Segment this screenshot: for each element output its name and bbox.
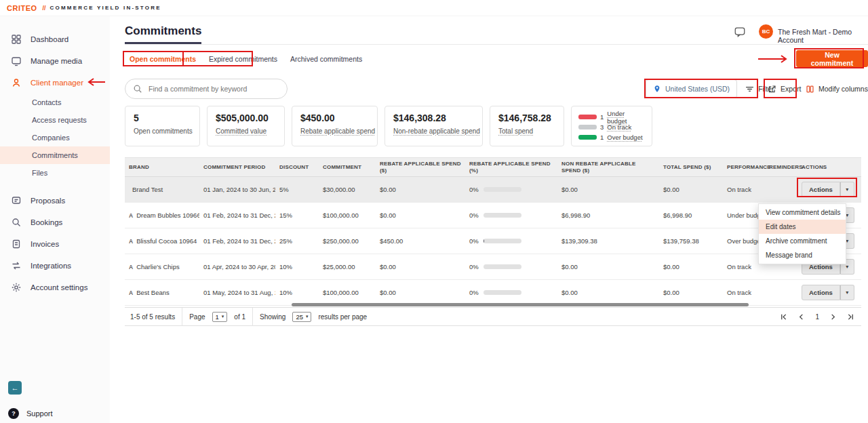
last-page-icon[interactable]: [847, 313, 854, 321]
stat-card-non-rebate-spend: $146,308.28 Non-rebate applicable spend: [384, 106, 483, 146]
region-filter-group: United States (USD) Filter: [646, 79, 774, 98]
cell-performance: On track: [723, 280, 765, 306]
sidebar-item-companies[interactable]: Companies: [0, 129, 110, 146]
column-header-commitment: Commitment: [319, 158, 376, 177]
cell-brand: ABest Beans: [125, 280, 199, 306]
sidebar-sublabel: Files: [32, 169, 47, 177]
menu-item-edit-dates[interactable]: Edit dates: [759, 220, 846, 234]
chevron-down-icon[interactable]: ▾: [840, 285, 854, 300]
account-avatar[interactable]: BC: [759, 24, 773, 39]
pager-controls: 1: [780, 313, 854, 321]
new-commitment-button[interactable]: New commitment: [796, 50, 868, 67]
table-row: Brand Test 01 Jan, 2024 to 30 Jun, 2024 …: [125, 177, 861, 203]
cell-brand: ABlissful Cocoa 10964: [125, 228, 199, 254]
account-name[interactable]: The Fresh Mart - Demo Account: [778, 28, 868, 44]
export-label: Export: [781, 85, 801, 93]
cell-rebate-pct: 0%: [465, 254, 557, 280]
sidebar-item-bookings[interactable]: Bookings: [0, 212, 110, 233]
sidebar-item-contacts[interactable]: Contacts: [0, 94, 110, 111]
menu-item-message-brand[interactable]: Message brand: [759, 248, 846, 262]
magnifier-icon: [11, 217, 22, 228]
row-actions-button[interactable]: Actions▾: [802, 182, 854, 197]
cell-rebate-pct: 0%: [465, 228, 557, 254]
cell-period: 01 Jan, 2024 to 30 Jun, 2024: [199, 177, 275, 203]
sidebar-item-access-requests[interactable]: Access requests: [0, 111, 110, 129]
tab-open-commitments[interactable]: Open commitments: [126, 55, 199, 63]
legend-over-budget: 1 Over budget: [578, 132, 645, 142]
per-page-label: results per page: [318, 313, 367, 321]
support-link[interactable]: ? Support: [8, 408, 53, 419]
search-input[interactable]: [125, 79, 288, 99]
sidebar-item-files[interactable]: Files: [0, 164, 110, 182]
sidebar-collapse-button[interactable]: ←: [8, 381, 22, 395]
column-header-reminders: Reminders: [765, 158, 797, 177]
cell-rebate-spend: $450.00: [376, 228, 465, 254]
cell-discount: 15%: [275, 203, 319, 228]
sidebar-item-client-manager[interactable]: Client manager: [0, 72, 110, 94]
sidebar-label: Manage media: [31, 57, 82, 65]
region-selector[interactable]: United States (USD): [646, 79, 737, 98]
proposal-doc-icon: [11, 195, 22, 206]
tab-archived-commitments[interactable]: Archived commitments: [287, 55, 366, 63]
sidebar-item-integrations[interactable]: Integrations: [0, 255, 110, 277]
media-screen-icon: [11, 56, 22, 66]
progress-bar: [484, 290, 521, 295]
cell-non-rebate-spend: $139,309.38: [557, 228, 659, 254]
cell-commitment: $25,000.00: [319, 254, 376, 280]
header-divider: [125, 44, 868, 45]
cell-period: 01 Feb, 2024 to 31 Dec, 2024: [199, 228, 275, 254]
legend-pill-green: [578, 135, 597, 140]
row-actions-button[interactable]: Actions▾: [802, 285, 854, 300]
results-count: 1-5 of 5 results: [130, 313, 175, 321]
cell-commitment: $100,000.00: [319, 280, 376, 306]
sidebar-item-commitments[interactable]: Commitments: [0, 146, 110, 164]
stat-value: $505,000.00: [216, 113, 276, 123]
first-page-icon[interactable]: [780, 313, 787, 321]
tab-bar: Open commitments Expired commitments Arc…: [126, 52, 366, 66]
chat-bubble-icon[interactable]: [734, 26, 746, 41]
sidebar-item-invoices[interactable]: Invoices: [0, 233, 110, 255]
legend-count: 1: [600, 134, 604, 141]
horizontal-scrollbar[interactable]: [292, 303, 749, 306]
stat-value: 5: [134, 113, 191, 123]
divider: [252, 308, 253, 326]
sidebar-item-account-settings[interactable]: Account settings: [0, 277, 110, 298]
brand-avatar: A: [129, 212, 133, 219]
chevron-down-icon[interactable]: ▾: [840, 182, 854, 197]
current-page[interactable]: 1: [815, 313, 819, 321]
showing-label: Showing: [260, 313, 285, 321]
page-select[interactable]: 1▾: [212, 312, 228, 322]
legend-label: On track: [607, 123, 631, 131]
cell-commitment: $30,000.00: [319, 177, 376, 203]
sidebar-item-dashboard[interactable]: Dashboard: [0, 28, 110, 50]
cell-non-rebate-spend: $0.00: [557, 280, 659, 306]
swap-arrows-icon: [11, 260, 22, 271]
cell-discount: 10%: [275, 280, 319, 306]
page-size-select[interactable]: 25▾: [292, 312, 311, 322]
menu-item-archive[interactable]: Archive commitment: [759, 234, 846, 248]
previous-page-icon[interactable]: [797, 313, 805, 321]
sidebar-label: Account settings: [31, 283, 87, 291]
sidebar-item-proposals[interactable]: Proposals: [0, 190, 110, 212]
stat-value: $450.00: [300, 113, 369, 123]
sidebar-label: Client manager: [31, 79, 83, 87]
top-bar: CRITEO // COMMERCE YIELD IN-STORE: [0, 0, 868, 16]
sidebar-item-manage-media[interactable]: Manage media: [0, 50, 110, 72]
sidebar-label: Bookings: [31, 218, 62, 226]
column-header-discount: Discount: [275, 158, 319, 177]
page-title: Commitments: [125, 24, 201, 38]
cell-total-spend: $0.00: [659, 254, 723, 280]
column-header-rebate-spend: Rebate applicable spend ($): [376, 158, 465, 177]
divider: [182, 308, 182, 326]
export-button[interactable]: Export: [768, 79, 801, 98]
sidebar-sublabel: Contacts: [32, 98, 61, 106]
next-page-icon[interactable]: [829, 313, 837, 321]
cell-brand: ADream Bubbles 10966: [125, 203, 199, 228]
brand-avatar: A: [129, 289, 133, 296]
menu-item-view-details[interactable]: View commitment details: [759, 205, 846, 220]
cell-reminders: [765, 177, 797, 203]
modify-columns-button[interactable]: Modify columns: [806, 79, 868, 98]
support-label: Support: [26, 409, 53, 418]
page-label: Page: [189, 313, 205, 321]
tab-expired-commitments[interactable]: Expired commitments: [205, 55, 281, 63]
